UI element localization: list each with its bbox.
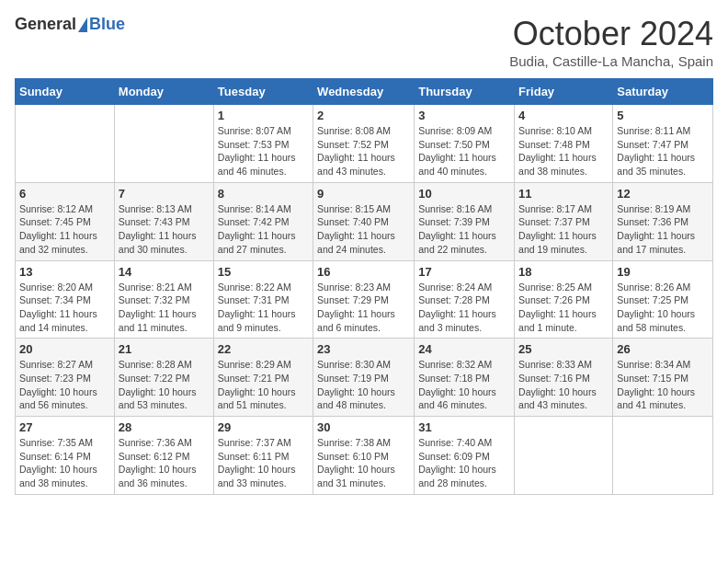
day-number: 19 — [617, 265, 709, 279]
day-number: 7 — [119, 187, 210, 201]
day-info: Sunrise: 8:19 AM Sunset: 7:36 PM Dayligh… — [617, 202, 709, 257]
day-number: 30 — [317, 420, 410, 434]
day-number: 3 — [418, 109, 510, 122]
day-number: 31 — [418, 420, 510, 434]
day-info: Sunrise: 8:21 AM Sunset: 7:32 PM Dayligh… — [119, 281, 210, 335]
day-number: 12 — [617, 187, 709, 201]
day-info: Sunrise: 8:34 AM Sunset: 7:15 PM Dayligh… — [617, 358, 709, 412]
day-number: 13 — [19, 265, 110, 279]
calendar-day-cell: 22Sunrise: 8:29 AM Sunset: 7:21 PM Dayli… — [213, 339, 313, 417]
calendar-day-cell: 21Sunrise: 8:28 AM Sunset: 7:22 PM Dayli… — [114, 339, 213, 417]
day-of-week-header: Friday — [515, 79, 613, 105]
day-number: 17 — [418, 265, 510, 279]
day-info: Sunrise: 8:12 AM Sunset: 7:45 PM Dayligh… — [19, 202, 110, 257]
day-info: Sunrise: 8:25 AM Sunset: 7:26 PM Dayligh… — [518, 281, 609, 335]
day-info: Sunrise: 7:40 AM Sunset: 6:09 PM Dayligh… — [418, 436, 510, 490]
calendar-day-cell: 11Sunrise: 8:17 AM Sunset: 7:37 PM Dayli… — [515, 182, 613, 260]
day-number: 9 — [317, 187, 410, 201]
day-number: 15 — [218, 265, 309, 279]
day-of-week-header: Wednesday — [313, 79, 415, 105]
day-of-week-header: Thursday — [415, 79, 515, 105]
logo-general-text: General — [15, 15, 76, 34]
day-info: Sunrise: 7:38 AM Sunset: 6:10 PM Dayligh… — [317, 436, 410, 490]
day-info: Sunrise: 8:17 AM Sunset: 7:37 PM Dayligh… — [518, 202, 609, 257]
calendar-day-cell: 10Sunrise: 8:16 AM Sunset: 7:39 PM Dayli… — [415, 182, 515, 260]
day-number: 21 — [119, 342, 210, 356]
calendar-day-cell: 4Sunrise: 8:10 AM Sunset: 7:48 PM Daylig… — [515, 105, 613, 183]
calendar-day-cell: 19Sunrise: 8:26 AM Sunset: 7:25 PM Dayli… — [613, 260, 713, 339]
title-section: October 2024 Budia, Castille-La Mancha, … — [509, 15, 713, 69]
day-info: Sunrise: 7:36 AM Sunset: 6:12 PM Dayligh… — [119, 436, 210, 490]
day-number: 28 — [119, 420, 210, 434]
calendar-day-cell: 7Sunrise: 8:13 AM Sunset: 7:43 PM Daylig… — [114, 182, 213, 260]
day-number: 10 — [418, 187, 510, 201]
day-number: 29 — [218, 420, 309, 434]
calendar-day-cell — [613, 417, 713, 495]
day-of-week-header: Saturday — [613, 79, 713, 105]
calendar-week-row: 13Sunrise: 8:20 AM Sunset: 7:34 PM Dayli… — [16, 260, 713, 339]
calendar-week-row: 1Sunrise: 8:07 AM Sunset: 7:53 PM Daylig… — [16, 105, 713, 183]
calendar-day-cell: 17Sunrise: 8:24 AM Sunset: 7:28 PM Dayli… — [415, 260, 515, 339]
calendar-week-row: 6Sunrise: 8:12 AM Sunset: 7:45 PM Daylig… — [16, 182, 713, 260]
day-number: 16 — [317, 265, 410, 279]
logo-triangle-icon — [78, 17, 87, 32]
day-info: Sunrise: 8:27 AM Sunset: 7:23 PM Dayligh… — [19, 358, 110, 412]
day-info: Sunrise: 8:16 AM Sunset: 7:39 PM Dayligh… — [418, 202, 510, 257]
day-info: Sunrise: 8:20 AM Sunset: 7:34 PM Dayligh… — [19, 281, 110, 335]
day-info: Sunrise: 8:22 AM Sunset: 7:31 PM Dayligh… — [218, 281, 309, 335]
logo: General Blue — [15, 15, 125, 34]
day-number: 14 — [119, 265, 210, 279]
calendar-day-cell: 26Sunrise: 8:34 AM Sunset: 7:15 PM Dayli… — [613, 339, 713, 417]
calendar-day-cell — [515, 417, 613, 495]
calendar-week-row: 20Sunrise: 8:27 AM Sunset: 7:23 PM Dayli… — [16, 339, 713, 417]
day-number: 20 — [19, 342, 110, 356]
calendar-day-cell: 24Sunrise: 8:32 AM Sunset: 7:18 PM Dayli… — [415, 339, 515, 417]
day-info: Sunrise: 8:14 AM Sunset: 7:42 PM Dayligh… — [218, 202, 309, 257]
day-number: 2 — [317, 109, 410, 122]
calendar-week-row: 27Sunrise: 7:35 AM Sunset: 6:14 PM Dayli… — [16, 417, 713, 495]
day-number: 22 — [218, 342, 309, 356]
day-number: 18 — [518, 265, 609, 279]
calendar-day-cell: 25Sunrise: 8:33 AM Sunset: 7:16 PM Dayli… — [515, 339, 613, 417]
calendar-day-cell: 31Sunrise: 7:40 AM Sunset: 6:09 PM Dayli… — [415, 417, 515, 495]
logo-blue-text: Blue — [89, 15, 125, 34]
calendar-day-cell: 16Sunrise: 8:23 AM Sunset: 7:29 PM Dayli… — [313, 260, 415, 339]
day-info: Sunrise: 8:10 AM Sunset: 7:48 PM Dayligh… — [518, 124, 609, 178]
calendar-day-cell: 15Sunrise: 8:22 AM Sunset: 7:31 PM Dayli… — [213, 260, 313, 339]
day-number: 11 — [518, 187, 609, 201]
day-number: 8 — [218, 187, 309, 201]
header: General Blue October 2024 Budia, Castill… — [15, 15, 713, 69]
day-info: Sunrise: 8:32 AM Sunset: 7:18 PM Dayligh… — [418, 358, 510, 412]
calendar-day-cell: 2Sunrise: 8:08 AM Sunset: 7:52 PM Daylig… — [313, 105, 415, 183]
day-info: Sunrise: 8:09 AM Sunset: 7:50 PM Dayligh… — [418, 124, 510, 178]
day-number: 1 — [218, 109, 309, 122]
day-info: Sunrise: 8:24 AM Sunset: 7:28 PM Dayligh… — [418, 281, 510, 335]
calendar-day-cell: 12Sunrise: 8:19 AM Sunset: 7:36 PM Dayli… — [613, 182, 713, 260]
calendar-day-cell: 1Sunrise: 8:07 AM Sunset: 7:53 PM Daylig… — [213, 105, 313, 183]
calendar-day-cell: 3Sunrise: 8:09 AM Sunset: 7:50 PM Daylig… — [415, 105, 515, 183]
calendar-day-cell: 6Sunrise: 8:12 AM Sunset: 7:45 PM Daylig… — [16, 182, 115, 260]
calendar-day-cell: 23Sunrise: 8:30 AM Sunset: 7:19 PM Dayli… — [313, 339, 415, 417]
calendar-day-cell: 8Sunrise: 8:14 AM Sunset: 7:42 PM Daylig… — [213, 182, 313, 260]
calendar-table: SundayMondayTuesdayWednesdayThursdayFrid… — [15, 78, 713, 495]
day-number: 4 — [518, 109, 609, 122]
calendar-day-cell: 9Sunrise: 8:15 AM Sunset: 7:40 PM Daylig… — [313, 182, 415, 260]
day-info: Sunrise: 8:26 AM Sunset: 7:25 PM Dayligh… — [617, 281, 709, 335]
day-number: 5 — [617, 109, 709, 122]
calendar-day-cell: 20Sunrise: 8:27 AM Sunset: 7:23 PM Dayli… — [16, 339, 115, 417]
day-info: Sunrise: 8:30 AM Sunset: 7:19 PM Dayligh… — [317, 358, 410, 412]
calendar-header-row: SundayMondayTuesdayWednesdayThursdayFrid… — [16, 79, 713, 105]
day-of-week-header: Tuesday — [213, 79, 313, 105]
calendar-day-cell: 13Sunrise: 8:20 AM Sunset: 7:34 PM Dayli… — [16, 260, 115, 339]
day-info: Sunrise: 7:37 AM Sunset: 6:11 PM Dayligh… — [218, 436, 309, 490]
day-info: Sunrise: 7:35 AM Sunset: 6:14 PM Dayligh… — [19, 436, 110, 490]
location: Budia, Castille-La Mancha, Spain — [509, 53, 713, 69]
calendar-day-cell: 5Sunrise: 8:11 AM Sunset: 7:47 PM Daylig… — [613, 105, 713, 183]
day-info: Sunrise: 8:08 AM Sunset: 7:52 PM Dayligh… — [317, 124, 410, 178]
day-info: Sunrise: 8:13 AM Sunset: 7:43 PM Dayligh… — [119, 202, 210, 257]
day-info: Sunrise: 8:07 AM Sunset: 7:53 PM Dayligh… — [218, 124, 309, 178]
day-info: Sunrise: 8:29 AM Sunset: 7:21 PM Dayligh… — [218, 358, 309, 412]
calendar-day-cell: 27Sunrise: 7:35 AM Sunset: 6:14 PM Dayli… — [16, 417, 115, 495]
calendar-day-cell: 30Sunrise: 7:38 AM Sunset: 6:10 PM Dayli… — [313, 417, 415, 495]
calendar-day-cell: 29Sunrise: 7:37 AM Sunset: 6:11 PM Dayli… — [213, 417, 313, 495]
